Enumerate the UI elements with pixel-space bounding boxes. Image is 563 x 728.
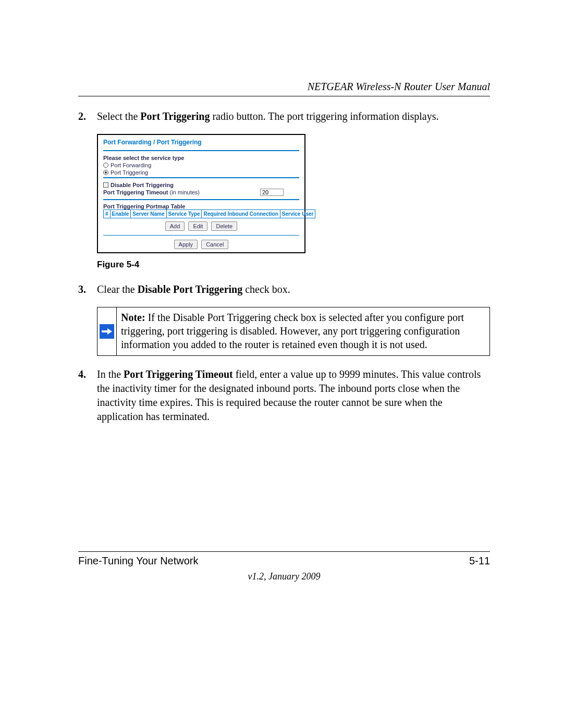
radio-icon: [103, 163, 108, 168]
footer-version: v1.2, January 2009: [78, 571, 490, 582]
cancel-button[interactable]: Cancel: [201, 240, 228, 249]
footer-page-number: 5-11: [469, 555, 490, 567]
figure-caption: Figure 5-4: [97, 260, 490, 270]
note-icon-cell: [97, 307, 117, 355]
radio-port-triggering[interactable]: Port Triggering: [103, 169, 299, 176]
step-3: 3. Clear the Disable Port Triggering che…: [78, 282, 490, 297]
divider: [103, 150, 299, 151]
step-body: Clear the Disable Port Triggering check …: [97, 282, 490, 297]
divider: [103, 235, 299, 236]
step-body: Select the Port Triggering radio button.…: [97, 109, 490, 124]
service-type-label: Please select the service type: [103, 154, 299, 162]
config-panel: Port Forwarding / Port Triggering Please…: [97, 134, 305, 253]
divider: [103, 199, 299, 200]
step-number: 4.: [78, 367, 97, 424]
col-inbound: Required Inbound Connection: [202, 210, 280, 218]
footer-rule: [78, 551, 490, 552]
apply-button[interactable]: Apply: [174, 240, 198, 249]
step-number: 2.: [78, 109, 97, 124]
col-index: #: [104, 210, 111, 218]
table-header-row: # Enable Server Name Service Type Requir…: [104, 210, 315, 218]
page-footer: Fine-Tuning Your Network 5-11 v1.2, Janu…: [78, 551, 490, 582]
col-service-user: Service User: [280, 210, 315, 218]
header-rule: [78, 96, 490, 96]
edit-button[interactable]: Edit: [188, 221, 207, 231]
note-box: Note: If the Disable Port Triggering che…: [97, 307, 490, 356]
note-text: Note: If the Disable Port Triggering che…: [117, 307, 489, 355]
timeout-row: Port Triggering Timeout (in minutes): [103, 189, 299, 196]
divider: [103, 177, 299, 178]
step-body: In the Port Triggering Timeout field, en…: [97, 367, 490, 424]
step-4: 4. In the Port Triggering Timeout field,…: [78, 367, 490, 424]
arrow-right-icon: [100, 324, 114, 339]
panel-title: Port Forwarding / Port Triggering: [98, 135, 304, 149]
col-service-type: Service Type: [166, 210, 202, 218]
add-button[interactable]: Add: [165, 221, 185, 231]
col-enable: Enable: [110, 210, 131, 218]
step-2: 2. Select the Port Triggering radio butt…: [78, 109, 490, 124]
footer-section: Fine-Tuning Your Network: [78, 555, 199, 567]
step-number: 3.: [78, 282, 97, 297]
timeout-input[interactable]: [260, 189, 284, 196]
portmap-table-header: Port Triggering Portmap Table: [103, 203, 299, 209]
col-server-name: Server Name: [131, 210, 166, 218]
running-header: NETGEAR Wireless-N Router User Manual: [78, 81, 490, 93]
portmap-table: # Enable Server Name Service Type Requir…: [103, 209, 315, 218]
radio-port-forwarding[interactable]: Port Forwarding: [103, 162, 299, 169]
checkbox-icon: [103, 182, 108, 188]
radio-icon: [103, 170, 108, 175]
delete-button[interactable]: Delete: [211, 221, 237, 231]
disable-port-triggering-row[interactable]: Disable Port Triggering: [103, 181, 299, 189]
figure-screenshot: Port Forwarding / Port Triggering Please…: [97, 134, 490, 253]
button-row-2: Apply Cancel: [103, 237, 299, 252]
timeout-label: Port Triggering Timeout: [103, 189, 170, 195]
button-row-1: Add Edit Delete: [103, 218, 299, 234]
